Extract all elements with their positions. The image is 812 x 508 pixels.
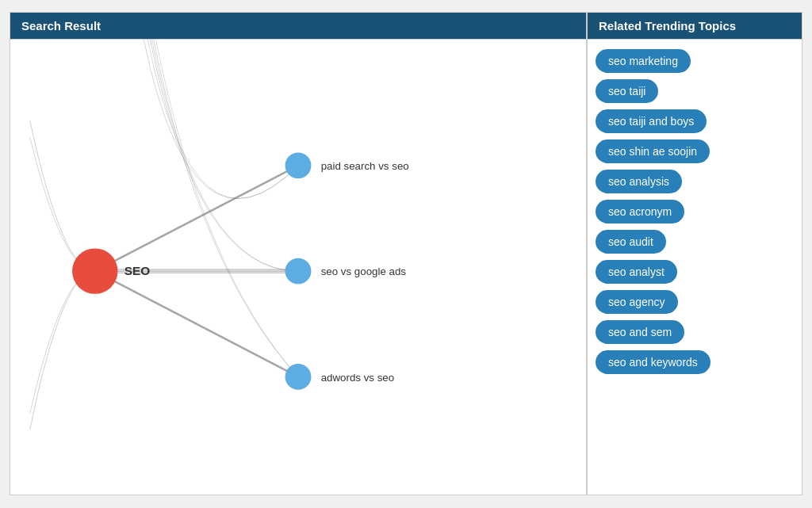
topic-tag[interactable]: seo shin ae soojin: [596, 139, 710, 163]
seo-label: SEO: [124, 264, 150, 277]
right-panel: Related Trending Topics seo marketingseo…: [588, 13, 802, 495]
topic-tag[interactable]: seo marketing: [596, 49, 691, 73]
svg-line-6: [95, 271, 298, 376]
seo-vs-google-label: seo vs google ads: [321, 265, 407, 277]
topic-tag[interactable]: seo acronym: [596, 200, 684, 223]
adwords-vs-seo-node[interactable]: [285, 364, 312, 390]
topic-tag[interactable]: seo analyst: [596, 260, 677, 284]
svg-line-0: [95, 166, 298, 271]
topic-tag[interactable]: seo and sem: [596, 320, 684, 344]
right-panel-header: Related Trending Topics: [588, 13, 802, 40]
topics-list: seo marketingseo taijiseo taiji and boys…: [588, 40, 802, 495]
search-result-graph: SEO paid search vs seo seo vs google ads…: [10, 40, 586, 495]
paid-search-node[interactable]: [285, 152, 312, 178]
main-container: Search Result: [10, 12, 802, 495]
left-panel: Search Result: [10, 13, 588, 495]
graph-area: SEO paid search vs seo seo vs google ads…: [10, 40, 586, 495]
adwords-vs-seo-label: adwords vs seo: [321, 372, 394, 384]
topic-tag[interactable]: seo taiji and boys: [596, 109, 707, 133]
topic-tag[interactable]: seo audit: [596, 230, 666, 254]
svg-line-1: [97, 164, 300, 269]
topic-tag[interactable]: seo taiji: [596, 79, 658, 103]
svg-line-8: [94, 269, 297, 375]
seo-vs-google-node[interactable]: [285, 258, 312, 285]
svg-line-7: [97, 273, 300, 378]
paid-search-label: paid search vs seo: [321, 160, 409, 172]
topic-tag[interactable]: seo agency: [596, 290, 678, 314]
left-panel-header: Search Result: [10, 13, 586, 40]
seo-node[interactable]: [72, 248, 117, 293]
topic-tag[interactable]: seo analysis: [596, 170, 682, 193]
topic-tag[interactable]: seo and keywords: [596, 350, 710, 374]
